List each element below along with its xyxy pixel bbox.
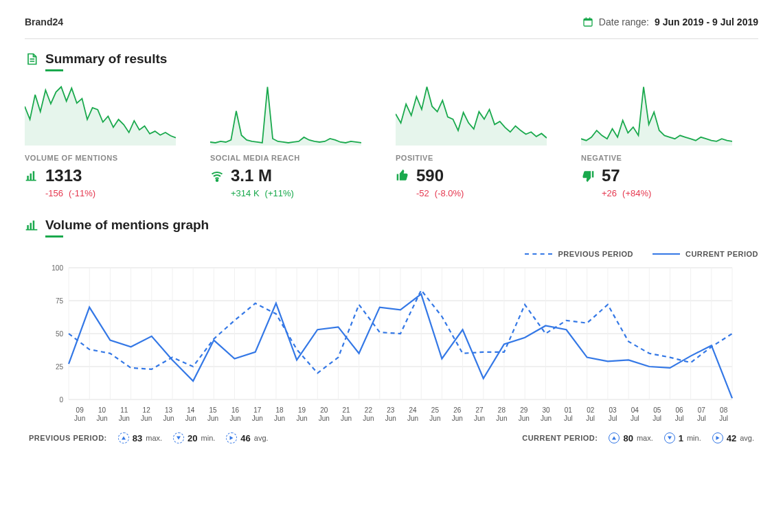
brand-name: Brand24 [25,16,63,27]
sparkline-positive [396,84,547,146]
x-tick: 29Jun [513,406,535,423]
svg-text:25: 25 [56,363,64,371]
svg-rect-8 [33,171,35,180]
x-tick: 11Jun [113,406,135,423]
stat-positive: POSITIVE590-52(-8.0%) [396,84,554,198]
date-label: Date range: [599,16,649,27]
sparkline-volume [25,84,176,146]
legend-prev-label: PREVIOUS PERIOD [558,250,633,258]
legend-swatch-solid [652,253,680,255]
x-tick: 12Jun [135,406,157,423]
volume-chart: 0255075100 09Jun10Jun11Jun12Jun13Jun14Ju… [48,262,735,423]
x-tick: 23Jun [380,406,402,423]
stat-value: 3.1 M [231,166,272,185]
prev-avg: 46avg. [226,432,268,443]
footer-curr-label: CURRENT PERIOD: [522,434,598,442]
x-axis-labels: 09Jun10Jun11Jun12Jun13Jun14Jun15Jun16Jun… [48,406,735,423]
x-tick: 21Jun [335,406,357,423]
header: Brand24 Date range: 9 Jun 2019 - 9 Jul 2… [25,16,758,27]
svg-rect-13 [33,220,35,229]
x-tick: 09Jun [69,406,91,423]
svg-rect-7 [30,174,32,181]
svg-rect-6 [27,176,29,181]
calendar-icon [582,16,593,27]
stat-delta: +26(+84%) [602,188,739,198]
svg-rect-2 [586,17,587,19]
x-tick: 26Jun [446,406,468,423]
x-tick: 01Jul [557,406,579,423]
title-underline [45,69,63,71]
bar-chart-icon [25,169,38,183]
section-title-summary: Summary of results [25,51,758,67]
svg-rect-3 [589,17,590,19]
thumb-down-icon [581,169,595,183]
legend-current: CURRENT PERIOD [652,250,758,258]
stat-delta: -156(-11%) [45,188,183,198]
summary-title-text: Summary of results [45,51,167,67]
volume-title-text: Volume of mentions graph [45,218,209,233]
svg-text:50: 50 [56,330,64,338]
stat-label: NEGATIVE [581,154,739,162]
x-tick: 13Jun [157,406,179,423]
x-tick: 14Jun [180,406,202,423]
x-tick: 07Jul [690,406,712,423]
svg-text:100: 100 [52,264,63,272]
thumb-up-icon [396,169,409,183]
bar-chart-icon [25,218,38,232]
wifi-icon [210,169,224,183]
svg-rect-1 [584,19,592,21]
legend-previous: PREVIOUS PERIOD [525,250,633,258]
svg-rect-11 [27,225,29,230]
svg-text:75: 75 [56,297,64,305]
x-tick: 03Jul [602,406,624,423]
x-tick: 27Jun [468,406,490,423]
prev-min: 20min. [173,432,215,443]
footer-prev-group: PREVIOUS PERIOD: 83max. 20min. 46avg. [29,432,269,443]
section-title-volume: Volume of mentions graph [25,218,758,233]
stat-label: SOCIAL MEDIA REACH [210,154,368,162]
delta-value: +314 K [231,188,260,198]
arrow-up-icon [118,432,129,443]
stat-label: VOLUME OF MENTIONS [25,154,183,162]
x-tick: 19Jun [291,406,313,423]
divider [25,38,758,39]
delta-value: -156 [45,188,63,198]
x-tick: 25Jun [424,406,446,423]
stat-label: POSITIVE [396,154,554,162]
delta-pct: (-8.0%) [435,188,464,198]
delta-value: +26 [602,188,617,198]
arrow-down-icon [173,432,184,443]
title-underline [45,235,63,238]
arrow-up-icon [609,432,620,443]
footer-prev-label: PREVIOUS PERIOD: [29,434,107,442]
x-tick: 16Jun [224,406,246,423]
curr-min: 1min. [664,432,701,443]
svg-point-10 [216,179,218,181]
x-tick: 08Jul [713,406,735,423]
arrow-down-icon [664,432,675,443]
stat-volume: VOLUME OF MENTIONS1313-156(-11%) [25,84,183,198]
x-tick: 28Jun [490,406,512,423]
arrow-right-icon [226,432,237,443]
delta-pct: (-11%) [69,188,95,198]
curr-avg: 42avg. [712,432,754,443]
volume-chart-svg: 0255075100 [48,262,735,406]
stat-negative: NEGATIVE57+26(+84%) [581,84,739,198]
footer-curr-group: CURRENT PERIOD: 80max. 1min. 42avg. [522,432,754,443]
x-tick: 22Jun [357,406,379,423]
x-tick: 17Jun [247,406,269,423]
stat-reach: SOCIAL MEDIA REACH3.1 M+314 K(+11%) [210,84,368,198]
date-range[interactable]: Date range: 9 Jun 2019 - 9 Jul 2019 [582,16,758,27]
svg-rect-12 [30,223,32,230]
stat-value: 57 [602,166,620,185]
x-tick: 06Jul [668,406,690,423]
curr-max: 80max. [609,432,652,443]
stat-delta: -52(-8.0%) [416,188,554,198]
x-tick: 20Jun [313,406,335,423]
sparkline-reach [210,84,361,146]
x-tick: 18Jun [269,406,291,423]
arrow-right-icon [712,432,723,443]
prev-max: 83max. [118,432,162,443]
x-tick: 02Jul [580,406,602,423]
x-tick: 10Jun [91,406,113,423]
